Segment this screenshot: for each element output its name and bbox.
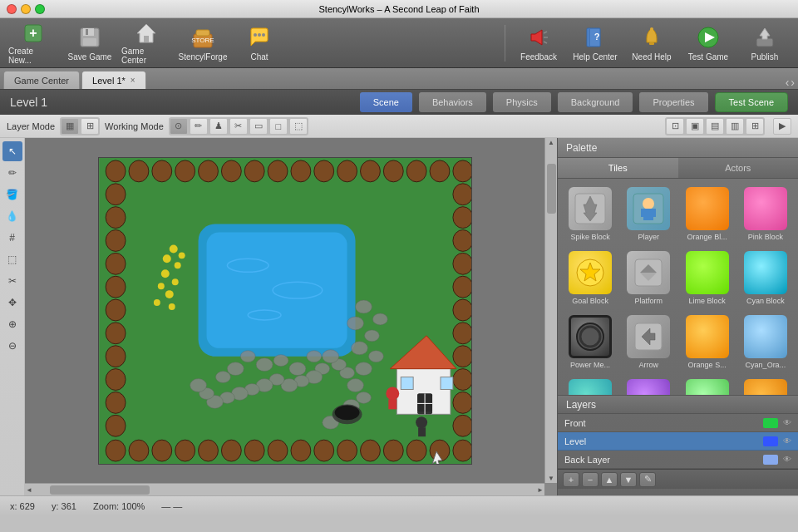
vertical-scrollbar[interactable]: ▲ ▼: [544, 138, 557, 483]
remove-layer-button[interactable]: −: [582, 472, 598, 487]
layer-grid-button[interactable]: ▦: [61, 118, 79, 135]
help-center-button[interactable]: ? Help Center: [569, 22, 622, 65]
test-game-button[interactable]: Test Game: [682, 22, 735, 65]
physics-tab[interactable]: Physics: [493, 92, 551, 112]
zoom-in-tool[interactable]: ⊕: [2, 314, 22, 334]
add-layer-button[interactable]: +: [563, 472, 579, 487]
palette-goal-block[interactable]: Goal Block: [563, 248, 618, 308]
fill-tool[interactable]: 🪣: [2, 185, 22, 204]
tab-close-button[interactable]: ×: [131, 76, 135, 85]
lime-block-tile: [686, 251, 729, 294]
vscroll-thumb[interactable]: [547, 164, 556, 214]
edit-layer-button[interactable]: ✎: [639, 472, 656, 487]
feedback-button[interactable]: Feedback: [512, 22, 565, 65]
scissors-tool-button[interactable]: ✂: [229, 118, 248, 135]
scroll-right-arrow[interactable]: ►: [536, 485, 544, 495]
play-tool-button[interactable]: ▶: [773, 118, 791, 135]
level-layer-row[interactable]: Level 👁: [558, 432, 798, 451]
palette-cyan-pin[interactable]: Cyan_Pin...: [621, 376, 676, 395]
right-panel: Palette Tiles Actors Spike Block: [557, 138, 798, 495]
zoom-out-tool[interactable]: ⊖: [2, 336, 22, 356]
eraser-tool[interactable]: ⬚: [2, 249, 22, 269]
properties-tab[interactable]: Properties: [639, 92, 707, 112]
eyedrop-tool[interactable]: 💧: [2, 206, 22, 226]
scroll-left-arrow[interactable]: ◄: [25, 485, 33, 495]
palette-power-me[interactable]: Power Me...: [563, 312, 618, 372]
game-center-button[interactable]: Game Center: [120, 22, 173, 65]
palette-spike-block[interactable]: Spike Block: [563, 184, 618, 244]
move-layer-down-button[interactable]: ▼: [620, 472, 637, 487]
svg-point-37: [337, 160, 357, 181]
palette-lime-block[interactable]: Lime Block: [680, 248, 735, 308]
front-layer-eye[interactable]: 👁: [783, 418, 791, 427]
test-scene-button[interactable]: Test Scene: [715, 92, 788, 112]
pointer-tool-button[interactable]: ⊙: [170, 118, 188, 135]
chat-button[interactable]: Chat: [233, 22, 286, 65]
grid-tool[interactable]: #: [2, 228, 22, 248]
scroll-up-arrow[interactable]: ▲: [547, 138, 555, 147]
scene-tab[interactable]: Scene: [360, 92, 412, 112]
create-new-button[interactable]: + Create New...: [7, 22, 60, 65]
maximize-button[interactable]: [35, 4, 45, 14]
level-layer-eye[interactable]: 👁: [783, 436, 791, 446]
save-game-button[interactable]: Save Game: [63, 22, 116, 65]
need-help-button[interactable]: Need Help: [625, 22, 678, 65]
tab-next-button[interactable]: ›: [791, 76, 795, 89]
rect-select-button[interactable]: ▭: [249, 118, 268, 135]
pink-block-tile: [744, 187, 787, 230]
palette-cyan-block[interactable]: Cyan Block: [738, 248, 793, 308]
tiles-tab[interactable]: Tiles: [558, 158, 678, 178]
level-tab[interactable]: Level 1* ×: [81, 71, 146, 89]
close-button[interactable]: [7, 4, 17, 14]
actors-tab[interactable]: Actors: [678, 158, 799, 178]
palette-orange-block[interactable]: Orange Bl...: [680, 184, 735, 244]
front-layer-row[interactable]: Front 👁: [558, 414, 798, 432]
cyan-ora-tile: [744, 315, 787, 358]
move-tool[interactable]: ✥: [2, 293, 22, 313]
game-canvas[interactable]: [98, 157, 472, 465]
background-tab[interactable]: Background: [558, 92, 633, 112]
svg-rect-136: [401, 377, 413, 389]
behaviors-tab[interactable]: Behaviors: [419, 92, 486, 112]
palette-pink-block[interactable]: Pink Block: [738, 184, 793, 244]
display-tool-button[interactable]: ▤: [706, 118, 724, 135]
palette-player[interactable]: Player: [621, 184, 676, 244]
scroll-down-arrow[interactable]: ▼: [547, 474, 555, 483]
hscroll-thumb[interactable]: [50, 485, 150, 495]
scissors-tool[interactable]: ✂: [2, 271, 22, 291]
panel-tool-button[interactable]: ▥: [726, 118, 744, 135]
export-tool-button[interactable]: ⊡: [666, 118, 684, 135]
palette-orange-s[interactable]: Orange S...: [680, 312, 735, 372]
main-area: ↖ ✏ 🪣 💧 # ⬚ ✂ ✥ ⊕ ⊖: [0, 138, 798, 495]
cyan-block-tile: [744, 251, 787, 294]
palette-orange-li[interactable]: Orange_Li...: [738, 376, 793, 395]
game-center-tab[interactable]: Game Center: [3, 71, 80, 89]
palette-cyan-ora[interactable]: Cyan_Ora...: [738, 312, 793, 372]
palette-cyan-switch[interactable]: Cyan Switch: [563, 376, 618, 395]
cyan-block-label: Cyan Block: [746, 297, 785, 305]
minimize-button[interactable]: [21, 4, 31, 14]
layer-stack-button[interactable]: ⊞: [81, 118, 99, 135]
monitor-tool-button[interactable]: ▣: [686, 118, 704, 135]
publish-button[interactable]: Publish: [738, 22, 791, 65]
stencylforge-button[interactable]: STORE StencylForge: [176, 22, 229, 65]
svg-point-96: [355, 300, 372, 313]
palette-cyan-lim[interactable]: Cyan_Lim...: [680, 376, 735, 395]
front-layer-color: [763, 418, 778, 428]
palette-platform[interactable]: Platform: [621, 248, 676, 308]
tab-prev-button[interactable]: ‹: [786, 76, 790, 89]
eraser-tool-button[interactable]: ⬚: [289, 118, 308, 135]
svg-point-21: [650, 27, 653, 31]
pencil-tool-button[interactable]: ✏: [190, 118, 208, 135]
pencil-tool[interactable]: ✏: [2, 163, 22, 183]
person-tool-button[interactable]: ♟: [209, 118, 228, 135]
palette-arrow[interactable]: Arrow: [621, 312, 676, 372]
svg-point-88: [162, 254, 170, 263]
move-layer-up-button[interactable]: ▲: [601, 472, 618, 487]
select-tool[interactable]: ↖: [2, 141, 22, 161]
rect-tool-button[interactable]: □: [269, 118, 288, 135]
back-layer-row[interactable]: Back Layer 👁: [558, 451, 798, 469]
back-layer-eye[interactable]: 👁: [783, 455, 791, 464]
horizontal-scrollbar[interactable]: ◄ ►: [25, 483, 544, 495]
table-tool-button[interactable]: ⊞: [746, 118, 764, 135]
